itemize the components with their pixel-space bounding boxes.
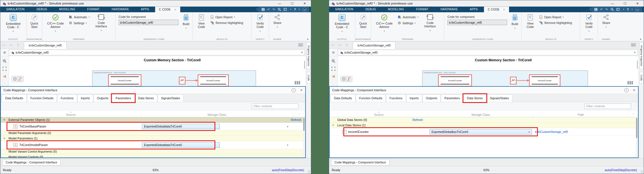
redo-icon[interactable]: ↷: [273, 7, 275, 12]
build-button[interactable]: Build ▾: [181, 13, 191, 31]
ribbon-tab-ccode[interactable]: C CODE ✕: [484, 7, 509, 12]
ribbon-tab-format[interactable]: FORMAT: [410, 7, 435, 12]
account-icon[interactable]: [303, 8, 306, 11]
table-scrollbar-thumb[interactable]: [636, 118, 637, 138]
panel-tab-data-defaults[interactable]: Data Defaults: [331, 94, 356, 102]
remove-highlighting-button[interactable]: Remove Highlighting: [539, 21, 572, 25]
code-advisor-button[interactable]: C/C++ Code Advisor ▾: [372, 13, 397, 33]
panel-menu-icon[interactable]: ▾: [292, 88, 296, 92]
code-for-component-input[interactable]: [447, 20, 507, 25]
column-header-source[interactable]: ∧Source: [330, 110, 428, 117]
data-store-write-block[interactable]: tricore0Counter: [529, 74, 560, 86]
code-interface-button[interactable]: Code Interface ▾: [91, 13, 112, 33]
ccode-tab-close-icon[interactable]: ✕: [174, 8, 176, 11]
refresh-link[interactable]: Refresh: [291, 117, 301, 122]
fit-to-view-icon[interactable]: [331, 67, 335, 71]
filter-contents-input[interactable]: [585, 104, 631, 109]
quick-start-button[interactable]: Quick Start: [356, 13, 370, 29]
explorer-bar-toggle-icon[interactable]: ⊕: [329, 50, 338, 54]
breadcrumb-dropdown-icon[interactable]: ▼: [634, 51, 636, 53]
ribbon-tab-hardware[interactable]: HARDWARE: [434, 7, 464, 12]
settings-dropdown[interactable]: ⚙ Settings ▾: [69, 21, 90, 25]
embedded-code-button[interactable]: C Embedded Code - C ▾: [330, 13, 354, 34]
settings-dropdown[interactable]: ⚙ Settings ▾: [398, 21, 418, 25]
code-for-component-input[interactable]: [119, 20, 178, 25]
table-group-row[interactable]: ∨Local Data Stores (1): [330, 123, 638, 128]
status-solver[interactable]: auto(FixedStepDiscrete): [272, 168, 311, 172]
ribbon-tab-simulation[interactable]: SIMULATION: [0, 7, 30, 12]
panel-tab-inports[interactable]: Inports: [77, 94, 93, 102]
table-group-row[interactable]: Model Parameter Arguments (0): [1, 130, 305, 136]
table-group-row[interactable]: Global Data Stores (0)Refresh: [330, 117, 638, 123]
column-header-storage[interactable]: Storage Class: [428, 110, 533, 117]
back-icon[interactable]: ⇦: [0, 41, 7, 48]
breadcrumb[interactable]: tc4xCustomStorage_ref0 ▼: [9, 50, 305, 55]
view-code-button[interactable]: View Code: [523, 13, 538, 29]
fit-to-view-icon[interactable]: [3, 67, 7, 71]
screenshot-icon[interactable]: [616, 8, 620, 11]
panel-tab-functions[interactable]: Functions: [386, 94, 406, 102]
chevron-expanded-icon[interactable]: ∨: [3, 136, 5, 141]
column-header-storage[interactable]: Storage Class: [141, 110, 293, 117]
help-dropdown-icon[interactable]: ▼: [298, 9, 300, 10]
back-icon[interactable]: ⇦: [329, 41, 336, 48]
embedded-code-button[interactable]: C Embedded Code - C ▾: [1, 13, 25, 34]
minimize-button[interactable]: —: [273, 0, 286, 7]
keyboard-icon[interactable]: [298, 43, 303, 46]
forward-icon[interactable]: ⇨: [7, 41, 15, 48]
path-link[interactable]: tc4xCustomStorage_ref0: [533, 130, 568, 133]
ribbon-tab-format[interactable]: FORMAT: [81, 7, 106, 12]
canvas-resize-grip[interactable]: [628, 81, 633, 84]
build-button[interactable]: Build ▾: [510, 13, 520, 31]
undo-icon[interactable]: ↶: [600, 7, 603, 12]
document-tab[interactable]: tc4xCustomStorage_ref0: [24, 42, 67, 49]
open-report-button[interactable]: Open Report ▾: [210, 15, 243, 19]
document-tab[interactable]: tc4xCustomStorage_ref0: [353, 42, 395, 49]
data-store-write-block[interactable]: tricore0Counter: [198, 74, 229, 86]
ribbon-tab-apps[interactable]: APPS: [464, 7, 484, 12]
code-interface-button[interactable]: Code Interface ▾: [420, 13, 441, 33]
ccode-tab-close-icon[interactable]: ✕: [503, 8, 505, 11]
panel-tab-parameters[interactable]: Parameters: [441, 94, 463, 102]
account-icon[interactable]: [635, 8, 639, 11]
help-dropdown-icon[interactable]: ▼: [631, 9, 633, 10]
signal-source-block[interactable]: [510, 77, 517, 84]
verify-code-button[interactable]: Verify Code ▾: [581, 13, 597, 33]
panel-tab-data-stores[interactable]: Data Stores: [464, 94, 486, 102]
table-scrollbar[interactable]: [636, 118, 638, 157]
search-icon[interactable]: [610, 8, 614, 11]
ribbon-tab-modeling[interactable]: MODELING: [382, 7, 410, 12]
tab-code[interactable]: Code: [639, 72, 643, 84]
save-icon[interactable]: [261, 8, 265, 11]
zoom-in-icon[interactable]: [3, 59, 7, 63]
canvas-hint-buttons[interactable]: [11, 76, 24, 82]
code-mappings-bottom-tab[interactable]: Code Mappings - Component Interface: [331, 159, 389, 165]
zoom-in-icon[interactable]: [331, 59, 335, 63]
table-scrollbar-thumb[interactable]: [303, 118, 305, 131]
ribbon-tab-modeling[interactable]: MODELING: [53, 7, 81, 12]
panel-tab-function-defaults[interactable]: Function Defaults: [356, 94, 386, 102]
panel-tab-function-defaults[interactable]: Function Defaults: [27, 94, 57, 102]
maximize-button[interactable]: ☐: [619, 0, 631, 7]
breadcrumb[interactable]: tc4xCustomStorage_ref0 ▼: [338, 50, 638, 55]
table-row[interactable]: 101010TriCore0baseParamExportedGlobaldat…: [1, 123, 305, 130]
combo-chevron-icon[interactable]: ∨: [287, 144, 292, 146]
undo-icon[interactable]: ↶: [267, 7, 270, 12]
chevron-expanded-icon[interactable]: ∨: [3, 117, 5, 122]
panel-tab-outports[interactable]: Outports: [422, 94, 441, 102]
ribbon-tab-simulation[interactable]: SIMULATION: [329, 7, 359, 12]
canvas-scrollbar-thumb[interactable]: [637, 61, 638, 69]
ribbon-tab-apps[interactable]: APPS: [135, 7, 155, 12]
panel-tab-signals-states[interactable]: Signals/States: [486, 94, 512, 102]
panel-tab-data-stores[interactable]: Data Stores: [135, 94, 157, 102]
table-group-row[interactable]: Model Variant Control Arguments (0): [1, 149, 305, 154]
screenshot-dropdown-icon[interactable]: ▼: [623, 9, 624, 10]
panel-close-icon[interactable]: ✕: [300, 88, 303, 92]
close-button[interactable]: ✕: [298, 0, 311, 7]
tab-code[interactable]: Code: [307, 72, 311, 84]
table-scrollbar[interactable]: [303, 118, 305, 157]
panel-tab-signals-states[interactable]: Signals/States: [158, 94, 183, 102]
up-icon[interactable]: ⇧: [343, 41, 350, 48]
status-solver[interactable]: auto(FixedStepDiscrete): [605, 168, 644, 172]
table-group-row[interactable]: ∨External Parameter Objects (1)Refresh: [1, 117, 305, 123]
